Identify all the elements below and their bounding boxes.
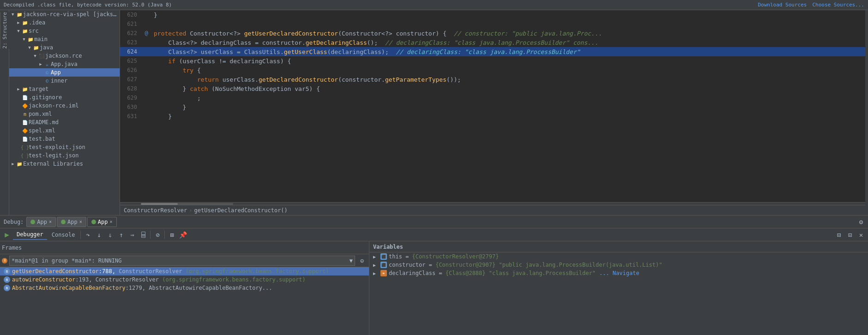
sidebar-item-extlibs[interactable]: ▶ 📁 External Libraries [9, 160, 120, 168]
sidebar-item-target[interactable]: ▶ 📁 target [9, 85, 120, 93]
extlibs-expand-icon: ▶ [10, 161, 16, 167]
debug-tab-app1-close[interactable]: × [49, 219, 52, 224]
var-declaring-expand[interactable]: ▶ [373, 271, 379, 276]
sidebar-main-label: main [34, 36, 48, 42]
debug-tab-app3[interactable]: App × [87, 217, 117, 227]
tab-console-label: Console [52, 232, 75, 238]
line-content-629: ; [152, 95, 865, 102]
frames-section-label: Frames [2, 245, 22, 251]
close-debug-btn[interactable]: ✕ [856, 230, 866, 240]
debug-tab-app1[interactable]: App × [26, 217, 56, 227]
sidebar-item-readme[interactable]: 📄 README.md [9, 118, 120, 126]
choose-sources-link[interactable]: Choose Sources... [812, 2, 864, 8]
var-navigate-link[interactable]: ... Navigate [599, 270, 639, 276]
thread-pause-icon: ⏸ [2, 258, 7, 263]
sidebar-src-label: src [29, 28, 39, 34]
appjava-expand-icon: ▶ [38, 61, 43, 67]
mute-breakpoints-btn[interactable]: ⊘ [152, 230, 163, 240]
sidebar-pom-label: pom.xml [29, 111, 52, 117]
force-step-into-btn[interactable]: ⇓ [105, 230, 115, 240]
thread-dropdown-area: ⏸ *main*@1 in group *main*: RUNNING ▼ ⊙ [0, 254, 369, 267]
tab-app3-dot [91, 220, 96, 224]
resume-program-btn[interactable]: ▶ [2, 230, 12, 240]
line-num-625: 625 [120, 58, 141, 64]
step-out-btn[interactable]: ↑ [116, 230, 126, 240]
sidebar-item-inner[interactable]: © inner [9, 77, 120, 85]
frame-2-method: autowireConstructor:193, ConstructorReso… [12, 276, 306, 283]
var-item-this[interactable]: ▶ ⬛ this = {ConstructorResolver@2797} [369, 252, 868, 261]
frame-item-3[interactable]: m AbstractAutowireCapableBeanFactory:127… [0, 284, 369, 292]
sidebar-item-iml[interactable]: 🔶 jackson-rce.iml [9, 102, 120, 110]
sidebar-target-label: target [29, 86, 48, 92]
top-bar-actions: Download Sources Choose Sources... [758, 2, 864, 8]
breadcrumb-class[interactable]: ConstructorResolver [124, 207, 187, 214]
tab-debugger-label: Debugger [17, 231, 43, 238]
sidebar-item-testlegit[interactable]: { } test-legit.json [9, 151, 120, 160]
tab-app2-dot [61, 220, 66, 224]
spel-icon: 🔶 [21, 127, 29, 134]
sidebar-item-spel[interactable]: 🔶 spel.xml [9, 126, 120, 135]
debug-tab-app2-label: App [67, 219, 78, 225]
debug-tab-app3-label: App [98, 219, 108, 225]
frame-item-2[interactable]: m autowireConstructor:193, ConstructorRe… [0, 275, 369, 284]
thread-select[interactable]: *main*@1 in group *main*: RUNNING ▼ [9, 256, 355, 266]
var-this-expand[interactable]: ▶ [373, 254, 379, 259]
tab-app1-dot [30, 220, 35, 224]
file-tree: ▼ 📁 jackson-rce-via-spel [jackson... ▶ 📁… [9, 10, 120, 215]
side-tab-bar: 2: Structure [0, 10, 9, 215]
run-cursor-btn[interactable]: ⇒ [127, 230, 137, 240]
step-over-btn[interactable]: ↷ [83, 230, 93, 240]
readme-icon: 📄 [21, 119, 29, 126]
tab-console[interactable]: Console [48, 230, 79, 240]
frame-item-1[interactable]: m getUserDeclaredConstructor:788, Constr… [0, 267, 369, 275]
testexploit-icon: { } [21, 144, 29, 151]
editor-scrollbar[interactable] [865, 10, 868, 215]
sidebar-item-idea[interactable]: ▶ 📁 .idea [9, 18, 120, 27]
sidebar-item-testbat[interactable]: 📄 test.bat [9, 135, 120, 143]
line-content-620: } [152, 12, 865, 18]
gutter-622: @ [141, 30, 152, 36]
sidebar-item-main[interactable]: ▼ 📁 main [9, 35, 120, 43]
sidebar-item-gitignore[interactable]: 📄 .gitignore [9, 93, 120, 102]
pin-tab-btn[interactable]: 📌 [178, 230, 188, 240]
breadcrumb-method[interactable]: getUserDeclaredConstructor() [194, 207, 288, 214]
maximize-btn[interactable]: ⊡ [845, 230, 855, 240]
sidebar-item-src[interactable]: ▼ 📁 src [9, 27, 120, 35]
restore-layout-btn[interactable]: ⊞ [167, 230, 177, 240]
line-content-624: Class<?> userClass = ClassUtils.getUserC… [152, 48, 865, 55]
line-num-630: 630 [120, 104, 141, 110]
inner-expand-icon [38, 78, 43, 84]
debug-tab-app2[interactable]: App × [57, 217, 86, 227]
src-expand-icon: ▼ [16, 28, 21, 34]
download-sources-link[interactable]: Download Sources [758, 2, 807, 8]
sidebar-java-label: java [40, 44, 53, 51]
var-item-declaringclass[interactable]: ▶ ≡ declaringClass = {Class@2888} "class… [369, 269, 868, 277]
sidebar-inner-label: inner [51, 78, 67, 84]
step-into-btn[interactable]: ↓ [94, 230, 104, 240]
sidebar-item-root[interactable]: ▼ 📁 jackson-rce-via-spel [jackson... [9, 10, 120, 18]
var-declaring-name: declaringClass = {Class@2888} "class jav… [389, 270, 596, 276]
debug-tab-app2-close[interactable]: × [79, 219, 82, 224]
thread-filter-btn[interactable]: ⊙ [357, 256, 367, 266]
var-this-name: this = {ConstructorResolver@2797} [389, 253, 499, 260]
var-constructor-expand[interactable]: ▶ [373, 263, 379, 268]
code-line-624: 624 Class<?> userClass = ClassUtils.getU… [120, 47, 865, 56]
sidebar-item-app-class[interactable]: © App [9, 68, 120, 77]
layout-btn[interactable]: ⊟ [834, 230, 844, 240]
tab-debugger[interactable]: Debugger [13, 230, 47, 240]
var-item-constructor[interactable]: ▶ ⬛ constructor = {Constructor@2907} "pu… [369, 261, 868, 269]
sidebar-item-testexploit[interactable]: { } test-exploit.json [9, 143, 120, 151]
sidebar-item-package[interactable]: ▼ ⬛ jackson.rce [9, 52, 120, 60]
main-folder-icon: 📁 [27, 36, 34, 43]
structure-tab[interactable]: 2: Structure [0, 12, 9, 48]
sidebar-item-appjava[interactable]: ▶ ☕ App.java [9, 60, 120, 68]
debug-right-toolbar: ⊟ ⊡ ✕ [834, 230, 866, 240]
line-content-626: try { [152, 67, 865, 74]
sidebar-item-pom[interactable]: m pom.xml [9, 110, 120, 118]
debug-settings-btn[interactable]: ⚙ [856, 217, 866, 227]
var-constructor-name: constructor = {Constructor@2907} "public… [389, 262, 662, 268]
debug-tab-app3-close[interactable]: × [109, 219, 112, 224]
evaluate-btn[interactable]: ⌸ [138, 230, 148, 240]
target-folder-icon: 📁 [21, 85, 29, 93]
sidebar-item-java[interactable]: ▼ 📁 java [9, 43, 120, 52]
